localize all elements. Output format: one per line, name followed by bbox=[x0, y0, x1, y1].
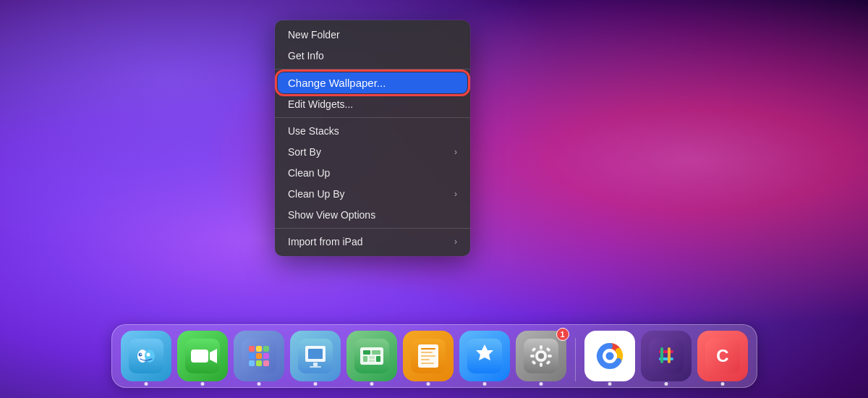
menu-item-label: Show View Options bbox=[288, 209, 375, 221]
menu-item-get-info[interactable]: Get Info bbox=[278, 46, 467, 66]
svg-rect-21 bbox=[308, 349, 323, 359]
svg-point-4 bbox=[146, 353, 150, 357]
menu-item-new-folder[interactable]: New Folder bbox=[278, 25, 467, 45]
svg-point-42 bbox=[538, 353, 544, 359]
svg-rect-58 bbox=[660, 347, 663, 363]
svg-rect-26 bbox=[363, 350, 370, 355]
dock-icon-system-preferences[interactable]: 1 bbox=[516, 331, 566, 381]
context-menu: New Folder Get Info Change Wallpaper... … bbox=[275, 20, 470, 256]
chrome-icon bbox=[592, 339, 627, 373]
menu-item-clean-up-by[interactable]: Clean Up By › bbox=[278, 184, 467, 204]
menu-item-clean-up[interactable]: Clean Up bbox=[278, 163, 467, 183]
svg-rect-46 bbox=[548, 355, 552, 357]
submenu-chevron-3: › bbox=[454, 237, 457, 247]
dock-icon-craft[interactable]: C bbox=[697, 331, 748, 381]
dock: 1 bbox=[0, 318, 868, 398]
svg-rect-29 bbox=[369, 356, 375, 359]
launchpad-icon bbox=[242, 339, 276, 373]
numbers-icon bbox=[354, 339, 389, 373]
menu-item-label: Import from iPad bbox=[288, 236, 362, 247]
svg-point-54 bbox=[605, 352, 613, 360]
menu-item-label: Edit Widgets... bbox=[288, 98, 353, 110]
menu-item-label: Change Wallpaper... bbox=[288, 77, 386, 89]
svg-rect-14 bbox=[256, 353, 262, 359]
settings-badge: 1 bbox=[556, 328, 569, 341]
svg-rect-44 bbox=[540, 363, 542, 367]
appstore-icon bbox=[467, 339, 502, 373]
slack-icon bbox=[649, 339, 684, 373]
svg-point-5 bbox=[140, 354, 141, 355]
submenu-chevron: › bbox=[454, 147, 457, 157]
dock-icon-slack[interactable] bbox=[641, 331, 692, 381]
svg-rect-16 bbox=[249, 360, 255, 366]
dock-container: 1 bbox=[111, 324, 757, 388]
svg-rect-43 bbox=[540, 345, 542, 350]
svg-rect-30 bbox=[369, 360, 375, 362]
svg-rect-18 bbox=[263, 360, 269, 366]
svg-rect-12 bbox=[263, 346, 269, 352]
svg-rect-36 bbox=[421, 355, 435, 357]
pages-icon bbox=[411, 339, 446, 373]
menu-item-use-stacks[interactable]: Use Stacks bbox=[278, 121, 467, 141]
menu-separator-2 bbox=[275, 117, 470, 118]
menu-item-label: Clean Up bbox=[288, 167, 330, 179]
svg-rect-27 bbox=[372, 350, 380, 355]
menu-item-label: Use Stacks bbox=[288, 125, 339, 137]
menu-item-label: Clean Up By bbox=[288, 188, 345, 200]
dock-icon-appstore[interactable] bbox=[459, 331, 510, 381]
dock-icon-facetime[interactable] bbox=[177, 331, 228, 381]
svg-rect-55 bbox=[649, 339, 684, 373]
keynote-icon bbox=[298, 339, 333, 373]
svg-rect-34 bbox=[421, 348, 435, 350]
settings-icon bbox=[524, 339, 558, 373]
menu-item-label: Get Info bbox=[288, 50, 324, 62]
dock-icon-finder[interactable] bbox=[121, 331, 171, 381]
svg-rect-15 bbox=[263, 353, 269, 359]
menu-item-sort-by[interactable]: Sort By › bbox=[278, 142, 467, 162]
dock-icon-numbers[interactable] bbox=[346, 331, 397, 381]
dock-icon-pages[interactable] bbox=[403, 331, 454, 381]
dock-divider bbox=[575, 338, 576, 381]
menu-item-label: Sort By bbox=[288, 146, 321, 158]
dock-icon-launchpad[interactable] bbox=[234, 331, 284, 381]
dock-icon-chrome[interactable] bbox=[584, 331, 635, 381]
submenu-chevron-2: › bbox=[454, 189, 457, 199]
svg-rect-22 bbox=[313, 363, 318, 366]
svg-rect-13 bbox=[249, 353, 255, 359]
svg-rect-35 bbox=[421, 352, 433, 353]
svg-rect-7 bbox=[191, 350, 208, 363]
svg-rect-11 bbox=[256, 346, 262, 352]
dock-icon-keynote[interactable] bbox=[290, 331, 341, 381]
svg-rect-17 bbox=[256, 360, 262, 366]
menu-item-edit-widgets[interactable]: Edit Widgets... bbox=[278, 94, 467, 114]
svg-rect-38 bbox=[421, 363, 434, 364]
menu-item-label: New Folder bbox=[288, 29, 340, 41]
svg-rect-10 bbox=[249, 346, 255, 352]
svg-rect-45 bbox=[530, 355, 535, 357]
svg-rect-31 bbox=[376, 356, 380, 362]
menu-item-import-from-ipad[interactable]: Import from iPad › bbox=[278, 232, 467, 252]
svg-rect-37 bbox=[421, 359, 430, 360]
menu-separator bbox=[275, 69, 470, 69]
facetime-icon bbox=[185, 339, 220, 373]
finder-icon bbox=[129, 339, 163, 373]
svg-rect-23 bbox=[310, 366, 321, 368]
craft-icon: C bbox=[705, 339, 740, 373]
svg-text:C: C bbox=[716, 346, 728, 365]
menu-item-show-view-options[interactable]: Show View Options bbox=[278, 205, 467, 225]
svg-rect-59 bbox=[668, 347, 671, 363]
menu-separator-3 bbox=[275, 228, 470, 229]
svg-rect-28 bbox=[363, 356, 367, 362]
menu-item-change-wallpaper[interactable]: Change Wallpaper... bbox=[278, 72, 467, 93]
